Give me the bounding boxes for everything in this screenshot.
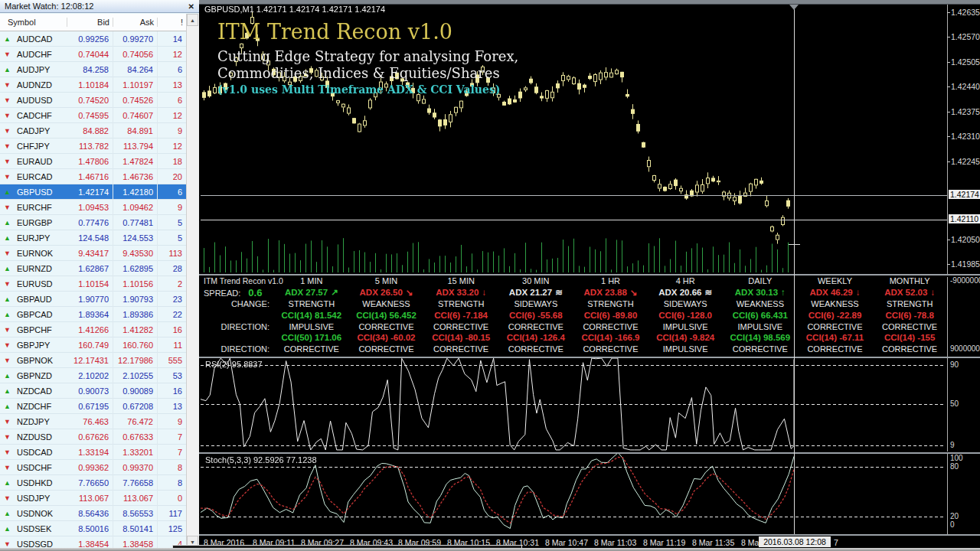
time-axis-label: 8 Mar 11:19 [643,538,685,547]
crosshair-vertical-line [794,5,795,534]
itm-cci1-value: CCI(14) 56.452 [349,311,424,320]
symbol-cell: GBPUSD [17,187,67,197]
column-header-bid[interactable]: Bid [67,18,113,27]
arrow-down-icon: ▼ [0,541,17,548]
market-watch-row[interactable]: ▲GBPCAD1.893641.8938622 [0,307,187,322]
market-watch-row[interactable]: ▼GBPJPY160.749160.76011 [0,337,187,353]
itm-spread-label: SPREAD: [204,289,240,298]
bid-cell: 1.41266 [67,322,113,337]
bid-cell: 1.47806 [67,154,113,169]
market-watch-titlebar[interactable]: Market Watch: 12:08:12 ✕ [0,0,199,13]
symbol-cell: AUDCAD [17,34,67,44]
itm-change-value: STRENGTH [274,299,349,308]
market-watch-row[interactable]: ▼GBPNOK12.1743112.17986555 [0,353,187,368]
market-watch-row[interactable]: ▲EURGBP0.774760.774815 [0,215,187,230]
adx-trend-icon: ↘ [630,288,638,297]
market-watch-row[interactable]: ▼EURUSD1.101541.101562 [0,276,187,292]
itm-direction1-value: CORRECTIVE [798,322,873,331]
price-label: 1.42635 [951,8,980,17]
chart-shift-marker-icon[interactable] [789,5,799,10]
market-watch-row[interactable]: ▼USDCHF0.993620.993708 [0,460,187,475]
market-watch-row[interactable]: ▲EURJPY124.548124.5535 [0,230,187,246]
price-tick [947,240,950,240]
market-watch-row[interactable]: ▼GBPCHF1.412661.4128216 [0,322,187,337]
market-watch-row[interactable]: ▲AUDJPY84.25884.2646 [0,62,187,77]
market-watch-row[interactable]: ▲USDSEK8.500168.50141125 [0,521,187,536]
scroll-up-button[interactable]: ▲ [187,14,198,26]
market-watch-row[interactable]: ▼NZDJPY76.46376.4729 [0,414,187,429]
mt4-window: Market Watch: 12:08:12 ✕ Symbol Bid Ask … [0,0,980,551]
price-tick [947,37,950,37]
market-watch-row[interactable]: ▼NZDUSD0.676260.676337 [0,429,187,445]
column-header-spread[interactable]: ! [158,18,187,27]
symbol-cell: GBPJPY [17,341,67,350]
bid-cell: 9.43417 [67,246,113,261]
market-watch-row[interactable]: ▼EURCHF1.094531.094629 [0,200,187,215]
itm-adx-value: ADX 46.29↓ [798,288,873,297]
pane-separator[interactable] [199,357,980,358]
market-watch-row[interactable]: ▲AUDCAD0.992560.9927014 [0,31,187,47]
stoch-pane-canvas[interactable] [201,454,947,534]
market-watch-scrollbar[interactable]: ▲ ▼ [186,14,199,548]
adx-trend-icon: ↓ [930,288,935,297]
itm-change-value: STRENGTH [573,299,648,308]
market-watch-row[interactable]: ▼EURAUD1.478061.4782418 [0,154,187,169]
market-watch-row[interactable]: ▼AUDNZD1.101841.1019713 [0,77,187,93]
itm-cci2-value: CCI(50) 171.06 [274,333,349,342]
ask-cell: 7.76658 [113,475,158,491]
market-watch-row[interactable]: ▼AUDUSD0.745200.745266 [0,93,187,108]
market-watch-row[interactable]: ▲GBPNZD2.102022.1025553 [0,368,187,383]
close-icon[interactable]: ✕ [188,2,194,11]
rsi-pane-canvas[interactable] [201,358,947,452]
market-watch-row[interactable]: ▼CADCHF0.745950.7460712 [0,108,187,123]
itm-direction2-value: CORRECTIVE [274,344,349,354]
market-watch-row[interactable]: ▼USDCAD1.331941.332017 [0,445,187,460]
price-tick [947,264,950,265]
price-tick [947,161,950,162]
market-watch-row[interactable]: ▲USDNOK8.564368.56553117 [0,506,187,521]
itm-direction2-value: IMPULSIVE [648,344,723,354]
ask-cell: 0.74056 [113,47,158,62]
column-header-symbol[interactable]: Symbol [0,18,67,27]
arrow-up-icon: ▲ [0,220,17,227]
column-header-ask[interactable]: Ask [113,18,158,27]
spread-cell-mw: 16 [158,383,187,399]
market-watch-row[interactable]: ▲GBPUSD1.421741.421806 [0,184,187,200]
pane-separator[interactable] [199,534,980,536]
market-watch-row[interactable]: ▼USDJPY113.067113.0670 [0,491,187,506]
itm-timeframe-header: 5 MIN [349,276,424,285]
chart-ohlc-label: GBPUSD,M1 1.42171 1.42174 1.42171 1.4217… [204,5,385,14]
market-watch-row[interactable]: ▲EURNZD1.628671.6289528 [0,261,187,276]
itm-cci2-value: CCI(14) 98.569 [723,333,798,342]
market-watch-row[interactable]: ▼CHFJPY113.782113.79412 [0,139,187,154]
itm-adx-value: ADX 23.88↘ [573,287,648,298]
market-watch-row[interactable]: ▲GBPAUD1.907701.9079323 [0,292,187,307]
itm-direction1-value: IMPULSIVE [274,322,349,331]
bid-cell: 2.10202 [67,368,113,383]
market-watch-row[interactable]: ▼AUDCHF0.740440.7405612 [0,47,187,62]
ask-cell: 1.42180 [113,184,158,200]
bid-cell: 1.90770 [67,292,113,307]
spread-cell-mw: 12 [158,108,187,123]
itm-change-value: STRENGTH [423,299,498,308]
market-watch-row[interactable]: ▲USDHKD7.766507.766588 [0,475,187,491]
itm-timeframe-header: DAILY [723,276,798,285]
pane-separator[interactable] [199,452,980,454]
market-watch-row[interactable]: ▲NZDCHF0.671950.6720813 [0,399,187,414]
symbol-cell: NZDUSD [17,432,67,442]
itm-cci1-value: CCI(6) -7.184 [423,311,498,320]
adx-trend-icon: ↓ [482,288,486,297]
itm-spread-value: 0.6 [248,287,262,298]
market-watch-row[interactable]: ▲NZDCAD0.900730.9008916 [0,383,187,399]
market-watch-row[interactable]: ▼CADJPY84.88284.8919 [0,123,187,139]
market-watch-row[interactable]: ▼EURCAD1.467161.4673620 [0,169,187,184]
price-label: 1.42245 [951,157,980,166]
arrow-down-icon: ▼ [0,495,17,502]
symbol-cell: NZDCAD [17,386,67,396]
ask-cell: 2.10255 [113,368,158,383]
market-watch-row[interactable]: ▼EURNOK9.434179.43530113 [0,246,187,261]
itm-change-value: STRENGTH [872,299,947,308]
pane-separator[interactable] [199,274,980,276]
bid-cell: 0.99256 [67,31,113,47]
itm-dir1-row: DIRECTION:IMPULSIVECORRECTIVECORRECTIVEC… [201,321,947,332]
